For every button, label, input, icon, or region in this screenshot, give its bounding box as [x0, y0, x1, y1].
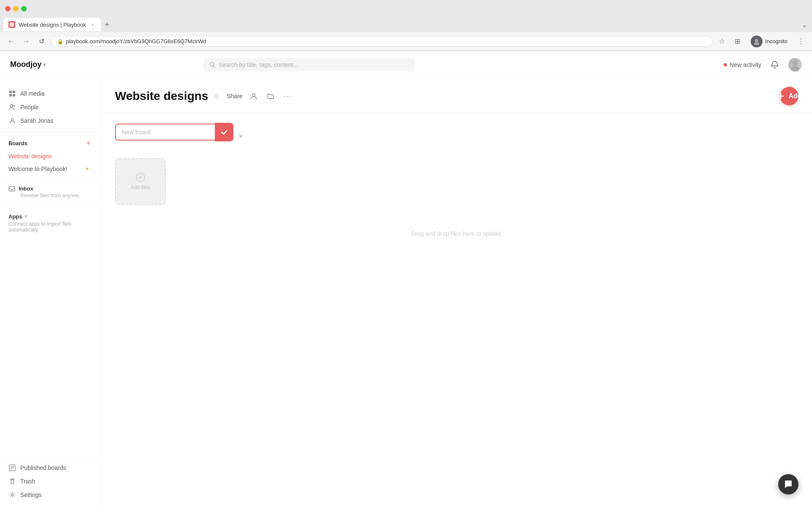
app-body: All media People	[0, 78, 812, 508]
published-boards-label: Published boards	[20, 464, 66, 471]
back-button[interactable]: ←	[5, 36, 17, 47]
search-input[interactable]	[219, 61, 409, 68]
browser-titlebar	[0, 0, 812, 17]
boards-add-button[interactable]: +	[84, 139, 93, 147]
chevron-right-icon: ›	[91, 166, 93, 171]
address-bar[interactable]: 🔒 playbook.com/moodjoY/zbVbG9QhGG7G8xE6Q…	[51, 36, 713, 47]
more-options-button[interactable]: ···	[282, 90, 294, 102]
app: Moodjoy ▾ New activity	[0, 51, 812, 508]
folder-icon[interactable]	[265, 90, 277, 102]
inbox-header[interactable]: Inbox	[8, 185, 93, 192]
inbox-label: Inbox	[19, 185, 33, 192]
sarah-jonas-label: Sarah Jonas	[20, 117, 54, 124]
svg-point-1	[755, 39, 758, 42]
address-text: playbook.com/moodjoY/zbVbG9QhGG7G8xE6Q7M…	[66, 38, 206, 44]
boards-row: Add files	[115, 158, 798, 205]
new-board-close-button[interactable]: ×	[239, 132, 243, 141]
browser-menu-button[interactable]: ⋮	[795, 36, 807, 47]
svg-rect-9	[9, 94, 12, 97]
add-files-label: Add files	[131, 185, 150, 190]
user-icon	[8, 117, 16, 124]
sidebar-item-sarah-jonas[interactable]: Sarah Jonas	[0, 114, 101, 127]
sidebar-item-all-media[interactable]: All media	[0, 87, 101, 100]
sidebar-item-website-designs[interactable]: Website designs	[0, 150, 101, 163]
forward-button[interactable]: →	[20, 36, 32, 47]
svg-point-11	[10, 105, 13, 107]
browser-nav-bar: ← → ↺ 🔒 playbook.com/moodjoY/zbVbG9QhGG7…	[0, 32, 812, 51]
svg-point-2	[754, 42, 759, 45]
incognito-label: Incognito	[765, 38, 787, 44]
minimize-dot[interactable]	[13, 6, 19, 11]
all-media-label: All media	[20, 90, 45, 97]
new-activity-button[interactable]: New activity	[724, 61, 761, 68]
activity-dot	[724, 63, 727, 66]
drop-zone-text: Drag and drop files here to upload.	[411, 230, 502, 237]
svg-line-4	[214, 66, 215, 67]
apps-header[interactable]: Apps +	[8, 213, 93, 220]
search-input-wrap	[203, 58, 415, 72]
boards-section-label: Boards	[8, 140, 27, 146]
refresh-button[interactable]: ↺	[36, 36, 47, 47]
avatar-image	[788, 58, 802, 72]
extensions-button[interactable]: ⊞	[731, 36, 743, 47]
add-button[interactable]: Add	[780, 87, 798, 105]
logo-chevron-icon: ▾	[43, 62, 46, 68]
sidebar-boards-header: Boards +	[0, 136, 101, 150]
published-icon	[8, 464, 16, 472]
main-content: × Add files Drag and drop fil	[102, 113, 812, 508]
bookmark-button[interactable]: ☆	[716, 36, 728, 47]
incognito-button[interactable]: Incognito	[746, 34, 792, 49]
share-button[interactable]: Share	[227, 93, 242, 99]
browser-chrome: Website designs | Playbook × + ⌄ ← → ↺ 🔒…	[0, 0, 812, 51]
sidebar-item-trash[interactable]: Trash	[0, 475, 101, 488]
svg-point-6	[791, 66, 799, 72]
svg-rect-7	[9, 91, 12, 93]
close-dot[interactable]	[5, 6, 11, 11]
apps-label: Apps	[8, 213, 22, 220]
sidebar-item-published-boards[interactable]: Published boards	[0, 461, 101, 475]
sidebar: All media People	[0, 78, 102, 508]
inbox-icon	[8, 185, 15, 192]
sidebar-apps-section: Apps + Connect apps to import files auto…	[0, 210, 101, 237]
browser-traffic-lights	[5, 6, 27, 11]
add-files-card[interactable]: Add files	[115, 158, 166, 205]
svg-point-5	[793, 61, 798, 66]
notification-button[interactable]	[768, 58, 782, 72]
tab-strip-menu[interactable]: ⌄	[800, 19, 809, 30]
app-logo[interactable]: Moodjoy ▾	[10, 60, 46, 69]
settings-icon	[8, 491, 16, 499]
new-board-confirm-button[interactable]	[215, 123, 233, 141]
user-share-icon[interactable]	[248, 90, 260, 102]
app-header: Moodjoy ▾ New activity	[0, 51, 812, 78]
sidebar-bottom: Published boards Trash	[0, 447, 101, 502]
header-right: New activity	[724, 58, 802, 72]
sidebar-item-welcome[interactable]: Welcome to Playbook! ✦ ›	[0, 163, 101, 175]
chat-icon	[784, 480, 793, 489]
people-icon	[8, 103, 16, 111]
new-board-form-row: ×	[115, 123, 798, 150]
welcome-right: ✦ ›	[85, 166, 93, 172]
tab-close-button[interactable]: ×	[89, 21, 96, 28]
svg-point-13	[11, 119, 14, 121]
main-panel: Website designs 0 Share	[102, 78, 812, 508]
board-count: 0	[215, 93, 218, 99]
trash-icon	[8, 478, 16, 485]
add-button-inner: Add	[776, 92, 801, 100]
user-avatar[interactable]	[788, 58, 802, 72]
browser-tab-active[interactable]: Website designs | Playbook ×	[3, 18, 101, 31]
svg-point-19	[11, 494, 14, 496]
incognito-avatar	[751, 36, 763, 47]
maximize-dot[interactable]	[21, 6, 27, 11]
sparkle-icon: ✦	[85, 166, 89, 172]
apps-add-icon[interactable]: +	[24, 213, 28, 220]
sidebar-item-people[interactable]: People	[0, 100, 101, 114]
trash-label: Trash	[20, 478, 35, 485]
new-board-input[interactable]	[115, 124, 215, 141]
chat-bubble-button[interactable]	[778, 474, 798, 494]
sidebar-item-settings[interactable]: Settings	[0, 488, 101, 502]
apps-label-text: Apps	[8, 213, 22, 220]
add-label: Add	[788, 92, 801, 100]
main-header: Website designs 0 Share	[102, 78, 812, 113]
settings-label: Settings	[20, 491, 42, 498]
new-tab-button[interactable]: +	[101, 19, 113, 30]
